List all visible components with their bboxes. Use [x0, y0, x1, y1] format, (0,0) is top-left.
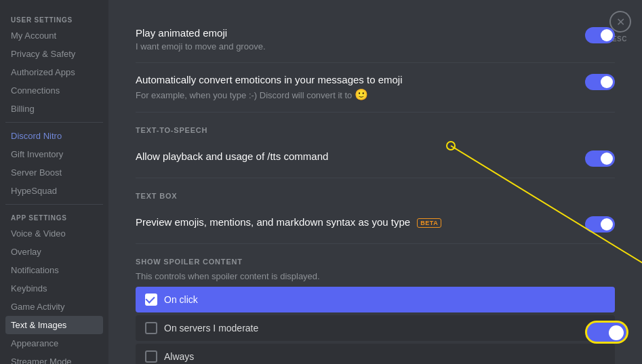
sidebar-item-gift-inventory[interactable]: Gift Inventory: [5, 145, 103, 163]
toggle-tts[interactable]: [585, 150, 615, 167]
setting-tts-text: Allow playback and usage of /tts command: [136, 150, 574, 165]
sidebar-item-privacy-safety[interactable]: Privacy & Safety: [5, 45, 103, 63]
section-header-tts: TEXT-TO-SPEECH: [136, 126, 615, 134]
sidebar: USER SETTINGS My Account Privacy & Safet…: [0, 0, 108, 364]
spoiler-desc: This controls when spoiler content is di…: [136, 271, 615, 281]
setting-animated-emoji-desc: I want emoji to move and groove.: [136, 41, 574, 52]
toggle-animated-emoji-thumb: [601, 29, 613, 41]
toggle-convert-emoticons-thumb: [601, 76, 613, 88]
setting-preview-markdown: Preview emojis, mentions, and markdown s…: [136, 205, 615, 244]
toggle-animated-emoji-track: [585, 27, 615, 43]
sidebar-item-authorized-apps[interactable]: Authorized Apps: [5, 63, 103, 81]
spoiler-option-always[interactable]: Always: [136, 344, 615, 364]
annotation-toggle-container: [585, 321, 628, 344]
beta-badge: BETA: [417, 218, 441, 228]
sidebar-divider-2: [5, 204, 103, 205]
section-header-spoiler: SHOW SPOILER CONTENT: [136, 258, 615, 266]
sidebar-item-text-images[interactable]: Text & Images: [5, 316, 103, 334]
sidebar-item-billing[interactable]: Billing: [5, 100, 103, 118]
toggle-preview-markdown[interactable]: [585, 216, 615, 232]
setting-convert-emoticons-text: Automatically convert emoticons in your …: [136, 74, 574, 101]
setting-preview-markdown-title-text: Preview emojis, mentions, and markdown s…: [136, 216, 410, 228]
setting-preview-markdown-text: Preview emojis, mentions, and markdown s…: [136, 216, 574, 230]
toggle-tts-thumb: [601, 153, 613, 165]
sidebar-item-appearance[interactable]: Appearance: [5, 334, 103, 352]
setting-preview-markdown-title: Preview emojis, mentions, and markdown s…: [136, 216, 574, 228]
emoji-example: 🙂: [355, 89, 368, 100]
checkbox-on-click: [145, 294, 157, 306]
sidebar-item-notifications[interactable]: Notifications: [5, 261, 103, 279]
toggle-animated-emoji[interactable]: [585, 27, 615, 43]
spoiler-option-on-click[interactable]: On click: [136, 287, 615, 312]
sidebar-item-connections[interactable]: Connections: [5, 81, 103, 100]
sidebar-item-streamer-mode[interactable]: Streamer Mode: [5, 352, 103, 364]
setting-animated-emoji-text: Play animated emoji I want emoji to move…: [136, 27, 574, 52]
spoiler-option-on-click-label: On click: [164, 294, 198, 305]
sidebar-item-server-boost[interactable]: Server Boost: [5, 163, 103, 182]
section-header-textbox: TEXT BOX: [136, 192, 615, 200]
setting-convert-emoticons: Automatically convert emoticons in your …: [136, 63, 615, 113]
sidebar-divider-1: [5, 122, 103, 123]
sidebar-section-user-settings: USER SETTINGS: [5, 11, 103, 26]
sidebar-item-my-account[interactable]: My Account: [5, 26, 103, 45]
annotation-toggle-thumb: [609, 325, 624, 340]
toggle-convert-emoticons[interactable]: [585, 74, 615, 90]
sidebar-item-keybinds[interactable]: Keybinds: [5, 279, 103, 298]
toggle-convert-emoticons-track: [585, 74, 615, 90]
setting-tts: Allow playback and usage of /tts command: [136, 140, 615, 178]
main-content: ✕ ESC Play animated emoji I want emoji t…: [108, 0, 642, 364]
toggle-tts-track: [585, 150, 615, 167]
sidebar-item-discord-nitro[interactable]: Discord Nitro: [5, 127, 103, 145]
setting-animated-emoji: Play animated emoji I want emoji to move…: [136, 16, 615, 63]
annotation-toggle: [585, 321, 628, 344]
close-button[interactable]: ✕: [609, 11, 631, 33]
toggle-preview-markdown-thumb: [601, 218, 613, 230]
spoiler-option-servers-moderate[interactable]: On servers I moderate: [136, 315, 615, 341]
spoiler-option-always-label: Always: [164, 351, 194, 362]
setting-tts-title: Allow playback and usage of /tts command: [136, 150, 574, 162]
sidebar-item-voice-video[interactable]: Voice & Video: [5, 224, 103, 243]
setting-convert-emoticons-desc-text: For example, when you type :-) Discord w…: [136, 90, 355, 100]
toggle-preview-markdown-track: [585, 216, 615, 232]
sidebar-section-app-settings: APP SETTINGS: [5, 209, 103, 224]
sidebar-item-hypesquad[interactable]: HypeSquad: [5, 182, 103, 200]
checkbox-always: [145, 350, 157, 363]
setting-convert-emoticons-title: Automatically convert emoticons in your …: [136, 74, 574, 85]
setting-animated-emoji-title: Play animated emoji: [136, 27, 574, 39]
setting-convert-emoticons-desc: For example, when you type :-) Discord w…: [136, 88, 574, 101]
checkbox-servers-moderate: [145, 322, 157, 334]
sidebar-item-overlay[interactable]: Overlay: [5, 243, 103, 261]
spoiler-option-servers-moderate-label: On servers I moderate: [164, 323, 258, 333]
sidebar-item-game-activity[interactable]: Game Activity: [5, 298, 103, 316]
spoiler-options: On click On servers I moderate Always: [136, 287, 615, 364]
